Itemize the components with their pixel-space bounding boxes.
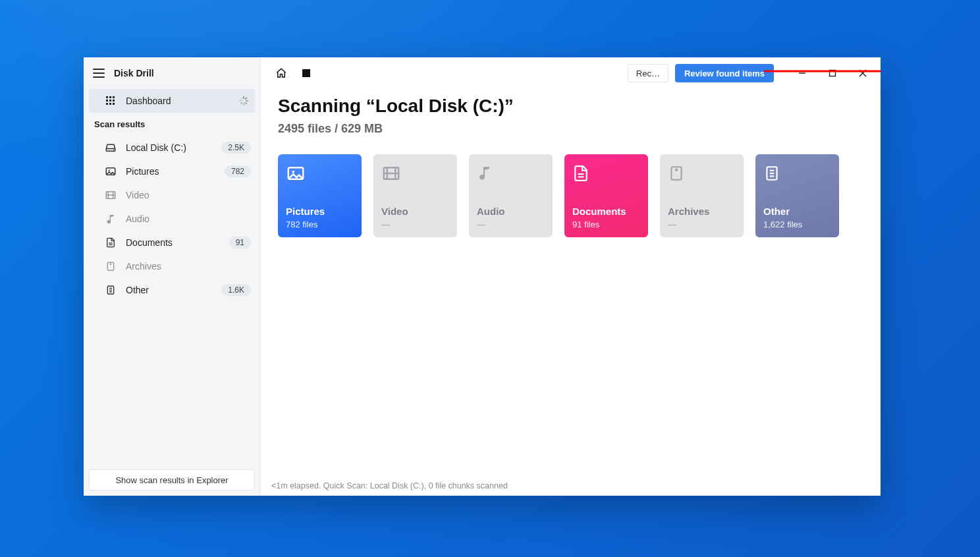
recover-button[interactable]: Rec… [628, 64, 668, 82]
card-video[interactable]: Video — [373, 154, 457, 237]
svg-rect-7 [109, 103, 111, 105]
svg-rect-3 [106, 100, 108, 102]
window-maximize-button[interactable] [817, 57, 848, 89]
card-title: Audio [477, 206, 545, 217]
sidebar-item-documents[interactable]: Documents 91 [84, 231, 260, 254]
card-subtitle: 782 files [286, 220, 354, 229]
content: Scanning “Local Disk (C:)” 2495 files / … [261, 89, 881, 244]
sidebar-item-dashboard[interactable]: Dashboard [89, 89, 255, 113]
page-subtitle: 2495 files / 629 MB [278, 122, 863, 136]
svg-point-10 [113, 150, 114, 150]
sidebar-item-label: Dashboard [126, 96, 239, 106]
other-icon [105, 284, 117, 296]
card-audio[interactable]: Audio — [469, 154, 553, 237]
app-title: Disk Drill [114, 68, 154, 78]
picture-icon [105, 165, 117, 177]
sidebar-header: Disk Drill [84, 57, 260, 89]
card-subtitle: — [668, 220, 736, 229]
svg-rect-4 [109, 100, 111, 102]
card-title: Pictures [286, 206, 354, 217]
sidebar-item-label: Other [126, 285, 221, 295]
stop-scan-button[interactable] [300, 67, 312, 79]
sidebar-item-audio[interactable]: Audio [84, 207, 260, 231]
grid-icon [105, 95, 117, 107]
svg-rect-5 [113, 100, 115, 102]
card-title: Video [381, 206, 449, 217]
card-other[interactable]: Other 1,622 files [755, 154, 839, 237]
sidebar-item-label: Local Disk (C:) [126, 142, 221, 153]
card-archives[interactable]: Archives — [660, 154, 744, 237]
sidebar-item-pictures[interactable]: Pictures 782 [84, 160, 260, 183]
card-subtitle: — [477, 220, 545, 229]
sidebar-item-label: Pictures [126, 166, 225, 177]
archive-icon [105, 260, 117, 272]
status-bar: <1m elapsed. Quick Scan: Local Disk (C:)… [261, 476, 881, 496]
sidebar-item-video[interactable]: Video [84, 183, 260, 207]
sidebar-section-label: Scan results [84, 113, 260, 133]
audio-icon [477, 163, 497, 183]
sidebar-item-archives[interactable]: Archives [84, 254, 260, 278]
review-found-items-button[interactable]: Review found items [675, 64, 774, 82]
picture-icon [286, 163, 306, 183]
card-subtitle: 1,622 files [763, 220, 831, 229]
svg-rect-6 [106, 103, 108, 105]
app-window: Disk Drill Dashboard Scan results Local … [84, 57, 881, 496]
sidebar-item-label: Audio [126, 214, 251, 224]
sidebar-item-local-disk[interactable]: Local Disk (C:) 2.5K [84, 136, 260, 160]
sidebar-footer: Show scan results in Explorer [84, 464, 260, 496]
sidebar-item-badge: 2.5K [221, 142, 251, 154]
disk-icon [105, 142, 117, 154]
sidebar-list: Local Disk (C:) 2.5K Pictures 782 Video [84, 133, 260, 464]
audio-icon [105, 213, 117, 225]
svg-point-33 [292, 171, 294, 173]
svg-rect-2 [113, 96, 115, 98]
sidebar-item-label: Archives [126, 261, 251, 272]
main-area: Rec… Review found items Scanning “Local … [261, 57, 881, 496]
svg-rect-0 [106, 96, 108, 98]
svg-rect-1 [109, 96, 111, 98]
card-title: Archives [668, 206, 736, 217]
document-icon [572, 163, 592, 183]
document-icon [105, 237, 117, 249]
svg-rect-27 [830, 71, 836, 76]
card-subtitle: 91 files [572, 220, 640, 229]
card-pictures[interactable]: Pictures 782 files [278, 154, 362, 237]
home-button[interactable] [275, 67, 287, 79]
card-title: Other [763, 206, 831, 217]
titlebar: Rec… Review found items [261, 57, 881, 89]
sidebar-item-other[interactable]: Other 1.6K [84, 278, 260, 302]
category-cards: Pictures 782 files Video — Audio — [278, 154, 863, 237]
window-minimize-button[interactable] [787, 57, 817, 89]
sidebar-item-badge: 782 [225, 165, 251, 177]
sidebar-item-label: Documents [126, 237, 229, 248]
sidebar-item-badge: 91 [229, 237, 251, 249]
sidebar: Disk Drill Dashboard Scan results Local … [84, 57, 261, 496]
other-icon [763, 163, 783, 183]
card-documents[interactable]: Documents 91 files [564, 154, 648, 237]
show-in-explorer-button[interactable]: Show scan results in Explorer [89, 469, 255, 490]
menu-icon[interactable] [93, 69, 105, 78]
card-title: Documents [572, 206, 640, 217]
stop-icon [302, 69, 310, 77]
status-text: <1m elapsed. Quick Scan: Local Disk (C:)… [271, 481, 508, 490]
sidebar-item-label: Video [126, 190, 251, 200]
svg-rect-8 [113, 103, 115, 105]
window-close-button[interactable] [848, 57, 878, 89]
archive-icon [668, 163, 688, 183]
loading-spinner-icon [239, 96, 248, 105]
svg-point-12 [109, 169, 110, 171]
sidebar-item-badge: 1.6K [221, 284, 251, 296]
video-icon [105, 189, 117, 201]
page-title: Scanning “Local Disk (C:)” [278, 96, 863, 117]
card-subtitle: — [381, 220, 449, 229]
video-icon [381, 163, 401, 183]
